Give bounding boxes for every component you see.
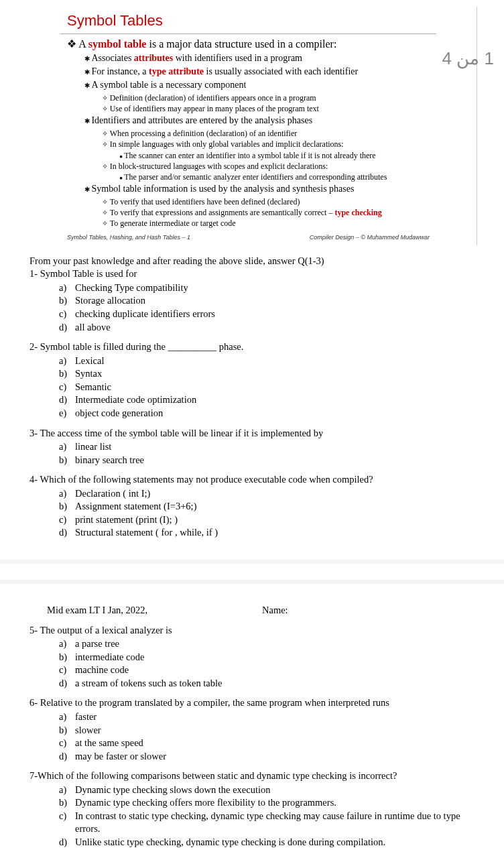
bullet-l2: Identifiers and attributes are entered b…: [84, 115, 436, 127]
slide-body: A symbol table is a major data structure…: [60, 37, 436, 229]
page-indicator: 1 من 4: [442, 47, 494, 70]
questions-block-1: From your past knowledge and after readi…: [29, 255, 477, 540]
opt-text: Dynamic type checking offers more flexib…: [75, 796, 336, 810]
text: For instance, a: [91, 66, 149, 76]
text: is usually associated with each identifi…: [204, 66, 358, 76]
opt-letter: c): [59, 381, 75, 394]
question-5: 5- The output of a lexical analyzer is: [29, 624, 477, 637]
opt-text: binary search tree: [75, 454, 144, 467]
opt-letter: d): [59, 393, 75, 407]
slide-container: Symbol Tables A symbol table is a major …: [60, 7, 477, 245]
slide-title: Symbol Tables: [60, 7, 436, 34]
opt-letter: d): [59, 836, 75, 849]
opt-letter: a): [59, 355, 75, 368]
bullet-l3: To verify that expressions and assignmen…: [102, 207, 436, 218]
bullet-l3: When processing a definition (declaratio…: [102, 128, 436, 139]
opt-letter: a): [59, 637, 75, 651]
question-6: 6- Relative to the program translated by…: [29, 696, 477, 710]
opt-text: Syntax: [75, 367, 102, 381]
opt-text: intermediate code: [75, 651, 144, 664]
question-2: 2- Symbol table is filled during the ___…: [29, 341, 477, 354]
opt-letter: a): [59, 487, 75, 501]
exam-title: Mid exam LT I Jan, 2022,: [47, 604, 262, 617]
question-2-options: a)Lexical b)Syntax c)Semantic d)Intermed…: [59, 355, 477, 420]
text: To verify that expressions and assignmen…: [110, 208, 335, 217]
bullet-l1: A symbol table is a major data structure…: [67, 37, 436, 52]
question-6-options: a)faster b)slower c)at the same speed d)…: [59, 711, 477, 763]
opt-text: all above: [75, 321, 111, 334]
text-highlight: type attribute: [149, 66, 204, 76]
opt-text: may be faster or slower: [75, 750, 166, 763]
opt-letter: a): [59, 282, 75, 295]
opt-letter: d): [59, 321, 75, 334]
opt-letter: b): [59, 724, 75, 737]
question-3: 3- The access time of the symbol table w…: [29, 427, 477, 440]
opt-letter: c): [59, 513, 75, 527]
opt-text: linear list: [75, 440, 111, 454]
text: Associates: [91, 53, 133, 63]
text: A: [78, 38, 88, 50]
bullet-l3: To generate intermediate or target code: [102, 218, 436, 229]
page2-header: Mid exam LT I Jan, 2022, Name:: [47, 604, 477, 617]
footer-left: Symbol Tables, Hashing, and Hash Tables …: [67, 233, 190, 241]
opt-letter: c): [59, 664, 75, 677]
text-highlight: attributes: [134, 53, 173, 63]
opt-letter: d): [59, 526, 75, 540]
opt-letter: a): [59, 784, 75, 797]
name-field: Name:: [262, 604, 477, 617]
opt-letter: c): [59, 737, 75, 750]
opt-text: Declaration ( int I;): [75, 487, 150, 501]
bullet-l3: In block-structured languages with scope…: [102, 161, 436, 172]
opt-letter: d): [59, 750, 75, 763]
question-7: 7-Which of the following comparisons bet…: [29, 770, 477, 783]
opt-letter: c): [59, 810, 75, 836]
footer-right: Compiler Design – © Muhammed Mudawwar: [310, 233, 430, 241]
opt-text: checking duplicate identifiers errors: [75, 308, 215, 321]
opt-text: a parse tree: [75, 637, 119, 651]
opt-letter: d): [59, 677, 75, 690]
opt-text: Semantic: [75, 381, 111, 394]
bullet-l2: A symbol table is a necessary component: [84, 79, 436, 92]
text-highlight: symbol table: [88, 38, 147, 50]
opt-letter: b): [59, 796, 75, 810]
opt-text: Assignment statement (I=3+6;): [75, 500, 196, 513]
question-4-options: a)Declaration ( int I;) b)Assignment sta…: [59, 487, 477, 540]
question-4: 4- Which of the following statements may…: [29, 473, 477, 487]
opt-letter: c): [59, 308, 75, 321]
opt-text: Unlike static type checking, dynamic typ…: [75, 836, 385, 849]
opt-text: a stream of tokens such as token table: [75, 677, 222, 690]
bullet-l4: The scanner can enter an identifier into…: [119, 150, 436, 161]
bullet-l3: In simple languages with only global var…: [102, 139, 436, 149]
page-separator: [0, 560, 504, 584]
opt-text: slower: [75, 724, 101, 737]
bullet-l2: For instance, a type attribute is usuall…: [84, 66, 436, 78]
question-1-options: a)Checking Type compatibility b)Storage …: [59, 282, 477, 334]
opt-letter: a): [59, 440, 75, 454]
opt-text: machine code: [75, 664, 129, 677]
opt-text: faster: [75, 711, 97, 724]
intro-text: From your past knowledge and after readi…: [29, 255, 477, 268]
text: is a major data structure used in a comp…: [146, 38, 336, 50]
opt-letter: b): [59, 294, 75, 308]
bullet-l2: Associates attributes with identifiers u…: [84, 52, 436, 65]
opt-text: Storage allocation: [75, 294, 145, 308]
opt-letter: b): [59, 454, 75, 467]
opt-text: at the same speed: [75, 737, 143, 750]
opt-text: Dynamic type checking slows down the exe…: [75, 784, 271, 797]
opt-letter: b): [59, 651, 75, 664]
opt-letter: a): [59, 711, 75, 724]
opt-letter: e): [59, 407, 75, 420]
question-1: 1- Symbol Table is used for: [29, 267, 477, 281]
opt-letter: b): [59, 500, 75, 513]
opt-letter: b): [59, 367, 75, 381]
bullet-l3: To verify that used identifiers have bee…: [102, 196, 436, 207]
opt-text: Checking Type compatibility: [75, 282, 188, 295]
opt-text: In contrast to static type checking, dyn…: [75, 810, 470, 836]
slide-footer: Symbol Tables, Hashing, and Hash Tables …: [60, 229, 436, 241]
bullet-l4: The parser and/or semantic analyzer ente…: [119, 172, 436, 182]
opt-text: object code generation: [75, 407, 163, 420]
opt-text: Structural statement ( for , while, if ): [75, 526, 218, 540]
opt-text: Lexical: [75, 355, 104, 368]
questions-block-2: 5- The output of a lexical analyzer is a…: [29, 624, 477, 849]
question-7-options: a)Dynamic type checking slows down the e…: [59, 784, 477, 849]
